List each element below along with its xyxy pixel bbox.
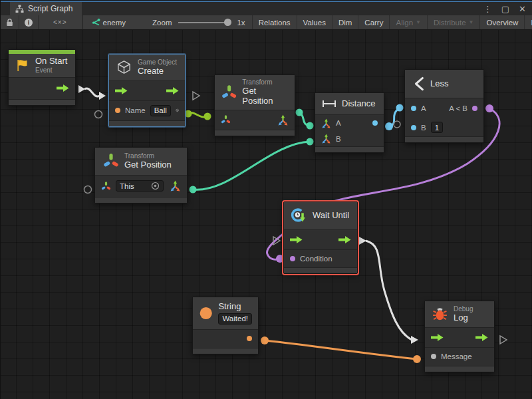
align-button: Align▼ — [390, 15, 428, 29]
object-picker-icon[interactable] — [151, 182, 160, 190]
info-icon: i — [25, 19, 33, 27]
lock-icon — [6, 18, 13, 27]
node-footer — [193, 348, 258, 354]
chevron-down-icon: ▼ — [469, 19, 474, 25]
name-field[interactable]: Ball — [150, 105, 171, 116]
flow-input-port[interactable] — [431, 333, 444, 342]
less-than-icon — [413, 76, 425, 92]
node-title: Log — [454, 313, 473, 323]
node-create-game-object[interactable]: Game Object Create Name Ball — [108, 54, 186, 127]
vector3-input-port[interactable] — [321, 118, 331, 128]
flow-input-port[interactable] — [115, 86, 128, 95]
flow-output-port[interactable] — [57, 84, 69, 92]
node-footer — [9, 100, 75, 105]
string-input-port[interactable] — [115, 108, 120, 113]
overview-button[interactable]: Overview — [480, 15, 525, 29]
target-field[interactable]: This — [116, 180, 164, 192]
maximize-icon[interactable]: ▢ — [501, 4, 509, 14]
node-debug-log[interactable]: Debug Log Message — [424, 301, 495, 372]
node-wait-until[interactable]: Wait Until Condition — [283, 201, 358, 274]
b-value-field[interactable]: 1 — [431, 122, 443, 133]
node-footer — [315, 147, 384, 152]
values-button[interactable]: Values — [297, 15, 332, 29]
tab-title: Script Graph — [28, 4, 72, 13]
relations-button[interactable]: Relations — [253, 15, 297, 29]
node-footer — [215, 130, 295, 136]
node-title: Distance — [342, 99, 376, 109]
window-menu-icon[interactable]: ⋮ — [483, 4, 492, 14]
distribute-button: Distribute▼ — [428, 15, 481, 29]
node-title: Create — [138, 66, 177, 76]
info-button[interactable]: i — [19, 15, 39, 29]
node-distance[interactable]: Distance A B — [315, 92, 384, 153]
node-title: Wait Until — [313, 211, 349, 221]
zoom-slider[interactable] — [178, 22, 230, 23]
target-value: This — [120, 182, 134, 190]
node-subtitle: Event — [35, 66, 67, 74]
message-input-port[interactable] — [431, 354, 436, 359]
flow-output-port[interactable] — [475, 333, 488, 342]
message-label: Message — [441, 352, 472, 360]
flow-output-port[interactable] — [338, 235, 351, 244]
node-footer — [95, 198, 187, 203]
carry-button[interactable]: Carry — [358, 15, 390, 29]
cube-icon — [116, 59, 132, 76]
string-output-port[interactable] — [247, 336, 252, 341]
transform-icon — [221, 84, 237, 101]
graph-toolbar: i <×> enemy Zoom 1x Relations Values Dim… — [1, 15, 532, 30]
node-footer — [425, 366, 494, 372]
flag-icon — [14, 58, 30, 72]
bool-output-port[interactable] — [472, 106, 477, 111]
condition-input-port[interactable] — [290, 256, 295, 261]
wait-clock-icon — [291, 207, 307, 224]
graph-node-icon — [91, 18, 100, 27]
input-a-label: A — [421, 104, 426, 112]
distance-ruler-icon — [322, 98, 336, 109]
chevron-down-icon: ▼ — [416, 19, 421, 25]
node-less[interactable]: Less A A < B B 1 — [404, 69, 484, 143]
condition-label: Condition — [300, 255, 332, 263]
flow-output-port[interactable] — [166, 86, 179, 95]
code-icon: <×> — [53, 19, 67, 26]
string-value-field[interactable]: Waited! — [218, 313, 252, 325]
code-view-button[interactable]: <×> — [39, 15, 82, 29]
node-get-position-bottom[interactable]: Transform Get Position This — [94, 147, 188, 203]
node-title: String — [218, 302, 252, 312]
game-object-type-icon — [176, 105, 179, 116]
node-title: Get Position — [242, 86, 288, 106]
transform-input-port[interactable] — [101, 181, 111, 192]
zoom-label: Zoom — [152, 19, 172, 27]
transform-icon — [103, 152, 119, 170]
zoom-value: 1x — [237, 19, 245, 27]
fullscreen-button[interactable]: Full Screen — [525, 15, 532, 29]
close-icon[interactable]: ✕ — [519, 4, 526, 14]
string-icon — [199, 305, 213, 322]
vector3-output-port[interactable] — [277, 114, 289, 126]
node-on-start[interactable]: On Start Event — [8, 49, 76, 106]
graph-breadcrumb[interactable]: enemy — [83, 15, 134, 29]
node-title: Get Position — [124, 160, 172, 170]
node-footer — [284, 268, 357, 273]
node-title: On Start — [35, 57, 67, 66]
dim-button[interactable]: Dim — [332, 15, 358, 29]
node-get-position-top[interactable]: Transform Get Position — [214, 74, 295, 136]
node-string-literal[interactable]: String Waited! — [192, 297, 259, 354]
graph-name: enemy — [103, 19, 126, 27]
vector3-output-port[interactable] — [170, 180, 181, 192]
float-output-port[interactable] — [372, 120, 378, 126]
flow-input-port[interactable] — [290, 235, 303, 244]
node-footer — [405, 137, 483, 142]
lock-button[interactable] — [1, 15, 19, 29]
float-input-port-b[interactable] — [411, 125, 416, 130]
tabbar-spacer — [82, 2, 483, 15]
name-port-label: Name — [125, 106, 146, 114]
input-b-label: B — [421, 124, 426, 132]
vector3-input-port[interactable] — [321, 134, 331, 144]
bug-icon — [432, 305, 448, 323]
input-a-label: A — [336, 119, 341, 127]
zoom-slider-knob[interactable] — [224, 19, 231, 26]
float-input-port-a[interactable] — [411, 106, 416, 111]
node-title: Less — [430, 79, 448, 89]
transform-input-port[interactable] — [221, 114, 231, 125]
tab-script-graph[interactable]: Script Graph — [10, 2, 82, 15]
